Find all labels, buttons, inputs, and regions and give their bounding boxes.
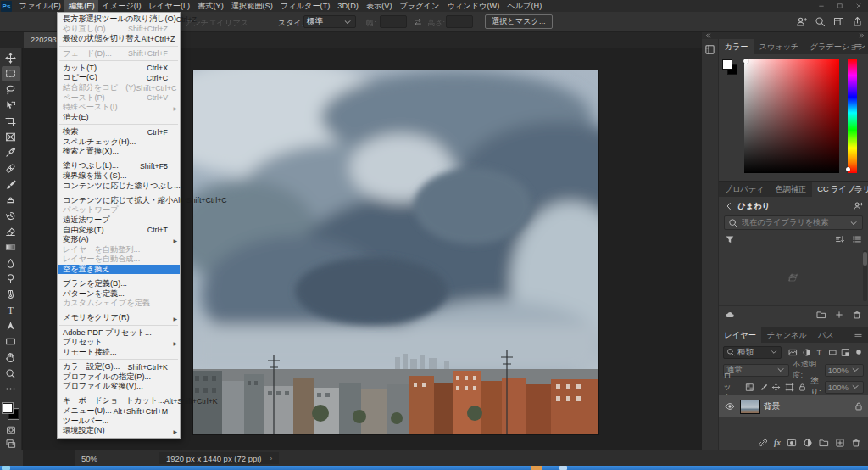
trash-icon[interactable] — [852, 310, 862, 320]
view-list-icon[interactable] — [852, 234, 862, 244]
menubar-item[interactable]: プラグイン — [396, 0, 443, 12]
menu-item[interactable]: リモート接続... — [58, 348, 180, 358]
menubar-item[interactable]: フィルター(T) — [276, 0, 334, 12]
menu-item[interactable]: 最後の状態を切り替え Alt+Ctrl+Z — [58, 34, 180, 44]
screen-mode-icon[interactable] — [2, 437, 20, 450]
menu-item[interactable]: レイヤーを自動合成... — [58, 255, 180, 265]
menubar-item[interactable]: イメージ(I) — [98, 0, 145, 12]
menubar-item[interactable]: 選択範囲(S) — [227, 0, 276, 12]
object-selection-tool[interactable] — [2, 98, 20, 114]
style-select[interactable]: 標準 — [303, 15, 356, 28]
menu-item[interactable]: パペットワープ — [58, 205, 180, 215]
menu-item[interactable]: 変形(A) — [58, 235, 180, 245]
menu-item[interactable]: 長方形選択ツールの取り消し(O) Ctrl+Z — [58, 14, 180, 25]
user-plus-icon[interactable] — [853, 201, 863, 211]
filter-toggle-icon[interactable] — [854, 347, 864, 357]
mask-icon[interactable] — [787, 438, 797, 448]
panel-tab[interactable]: パス — [812, 327, 839, 343]
opacity-value[interactable]: 100% — [825, 364, 864, 377]
panel-tab[interactable]: スウォッチ — [754, 39, 804, 54]
panel-menu-icon[interactable] — [854, 330, 863, 339]
menu-item[interactable]: 塗りつぶし(L)... Shift+F5 — [58, 161, 180, 171]
type-layer-filter-icon[interactable]: T — [815, 348, 824, 357]
menu-item[interactable]: やり直し(O) Shift+Ctrl+Z — [58, 25, 180, 35]
new-layer-icon[interactable] — [835, 438, 845, 448]
lock-artboard-icon[interactable] — [785, 383, 794, 392]
smart-object-filter-icon[interactable] — [841, 348, 850, 357]
menu-item[interactable]: コンテンツに応じた塗りつぶし... — [58, 181, 180, 191]
search-icon[interactable] — [815, 16, 826, 27]
menu-item[interactable]: ツールバー... — [58, 416, 180, 426]
trash-icon[interactable] — [851, 438, 861, 448]
dodge-tool[interactable] — [2, 271, 20, 287]
blur-tool[interactable] — [2, 255, 20, 271]
layer-kind-filter[interactable]: 種類 — [723, 346, 782, 359]
lock-transparent-icon[interactable] — [745, 383, 754, 392]
foreground-color-swatch[interactable] — [722, 59, 732, 70]
pixel-layer-filter-icon[interactable] — [788, 348, 798, 357]
menu-item[interactable]: 検索 Ctrl+F — [58, 127, 180, 137]
menu-item[interactable]: 特殊ペースト(I) — [58, 103, 180, 113]
fx-icon[interactable]: fx — [774, 439, 781, 447]
user-plus-icon[interactable] — [796, 16, 807, 27]
minimize-button[interactable] — [812, 0, 831, 12]
edit-toolbar-icon[interactable] — [2, 381, 20, 397]
fill-value[interactable]: 100% — [825, 381, 864, 394]
layer-thumbnail[interactable] — [740, 400, 760, 414]
menu-item[interactable]: 検索と置換(X)... — [58, 147, 180, 157]
close-button[interactable] — [849, 0, 868, 12]
panel-tab[interactable]: カラー — [719, 39, 754, 54]
menubar-item[interactable]: 表示(V) — [362, 0, 396, 12]
menu-item[interactable]: 環境設定(N) — [58, 426, 180, 436]
rectangle-tool[interactable] — [2, 334, 20, 350]
chevron-down-icon[interactable] — [849, 218, 859, 228]
menu-item[interactable]: メモリをクリア(R) — [58, 313, 180, 323]
menu-item[interactable]: プロファイル変換(V)... — [58, 382, 180, 392]
menu-item[interactable]: 空を置き換え... — [58, 265, 180, 275]
width-input[interactable] — [380, 15, 407, 28]
panel-menu-icon[interactable] — [854, 42, 863, 51]
zoom-level[interactable]: 50% — [81, 454, 97, 463]
menu-item[interactable]: メニュー(U)... Alt+Shift+Ctrl+M — [58, 406, 180, 417]
collapse-dock-icon[interactable] — [704, 32, 711, 39]
photo-canvas[interactable] — [193, 70, 598, 434]
workspace-icon[interactable] — [833, 16, 844, 27]
menu-item[interactable]: ブラシを定義(B)... — [58, 279, 180, 289]
menu-item[interactable]: 境界線を描く(S)... — [58, 171, 180, 182]
menu-item[interactable]: フェード(D)... Shift+Ctrl+F — [58, 48, 180, 59]
panel-tab[interactable]: レイヤー — [719, 327, 761, 343]
menu-item[interactable]: カスタムシェイプを定義... — [58, 299, 180, 309]
menu-item[interactable]: コンテンツに応じて拡大・縮小 Alt+Shift+Ctrl+C — [58, 195, 180, 205]
path-selection-tool[interactable] — [2, 318, 20, 334]
sort-icon[interactable] — [835, 234, 845, 244]
share-icon[interactable] — [852, 16, 863, 27]
adjustment-icon[interactable] — [803, 438, 813, 448]
panel-tab[interactable]: 色調補正 — [770, 182, 812, 197]
lasso-tool[interactable] — [2, 81, 20, 98]
eraser-tool[interactable] — [2, 224, 20, 240]
type-tool[interactable]: T — [2, 303, 20, 319]
history-brush-tool[interactable] — [2, 208, 20, 224]
menubar-item[interactable]: ヘルプ(H) — [504, 0, 546, 12]
document-info[interactable]: 1920 px x 1440 px (72 ppi) › — [159, 452, 279, 464]
foreground-color-swatch[interactable] — [3, 403, 13, 413]
clone-stamp-tool[interactable] — [2, 192, 20, 208]
menubar-item[interactable]: 編集(E) — [64, 0, 98, 12]
color-field[interactable] — [744, 59, 839, 173]
menu-item[interactable]: コピー(C) Ctrl+C — [58, 73, 180, 83]
menubar-item[interactable]: ファイル(F) — [15, 0, 64, 12]
funnel-icon[interactable] — [725, 234, 735, 244]
eye-icon[interactable] — [723, 401, 737, 411]
folder-icon[interactable] — [819, 438, 829, 448]
menubar-item[interactable]: ウィンドウ(W) — [443, 0, 504, 12]
menu-item[interactable]: プリセット — [58, 338, 180, 348]
lock-paint-icon[interactable] — [759, 383, 768, 392]
move-tool[interactable] — [2, 50, 20, 66]
menubar-item[interactable]: 3D(D) — [334, 0, 363, 12]
zoom-tool[interactable] — [2, 366, 20, 382]
maximize-button[interactable] — [831, 0, 849, 12]
menubar-item[interactable]: 書式(Y) — [194, 0, 228, 12]
height-input[interactable] — [446, 15, 473, 28]
color-swatches[interactable] — [2, 402, 20, 423]
back-chevron-icon[interactable] — [724, 201, 734, 211]
